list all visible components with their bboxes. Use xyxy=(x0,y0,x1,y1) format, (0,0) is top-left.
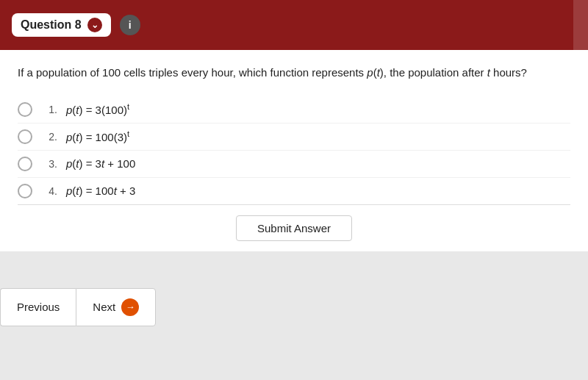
radio-4[interactable] xyxy=(18,184,32,198)
option-2-number: 2. xyxy=(40,131,57,143)
option-1-text: p(t) = 3(100)t xyxy=(66,102,129,116)
options-list: 1. p(t) = 3(100)t 2. p(t) = 100(3)t 3. p… xyxy=(18,96,570,204)
question-label: Question 8 xyxy=(21,18,82,32)
submit-btn-row: Submit Answer xyxy=(18,204,570,251)
next-arrow-icon: → xyxy=(121,298,139,316)
option-1-number: 1. xyxy=(40,104,57,115)
next-button[interactable]: Next → xyxy=(76,288,156,326)
radio-1[interactable] xyxy=(18,102,32,117)
option-4[interactable]: 4. p(t) = 100t + 3 xyxy=(18,178,570,204)
question-badge[interactable]: Question 8 ⌄ xyxy=(12,13,111,37)
previous-button[interactable]: Previous xyxy=(0,288,76,326)
main-content: If a population of 100 cells triples eve… xyxy=(0,50,588,251)
bottom-nav: Previous Next → xyxy=(0,288,588,326)
page-container: Question 8 ⌄ i If a population of 100 ce… xyxy=(0,0,588,326)
option-4-text: p(t) = 100t + 3 xyxy=(66,184,135,197)
option-4-number: 4. xyxy=(40,185,57,197)
next-label: Next xyxy=(93,301,115,313)
question-text: If a population of 100 cells triples eve… xyxy=(18,65,570,82)
spacer xyxy=(0,251,588,288)
header-right-panel xyxy=(573,0,588,50)
option-2[interactable]: 2. p(t) = 100(3)t xyxy=(18,123,570,151)
option-3-text: p(t) = 3t + 100 xyxy=(66,157,135,170)
radio-2[interactable] xyxy=(18,129,32,144)
chevron-down-icon: ⌄ xyxy=(87,18,102,32)
submit-answer-button[interactable]: Submit Answer xyxy=(236,215,352,241)
header-bar: Question 8 ⌄ i xyxy=(0,0,588,50)
info-icon-label: i xyxy=(129,19,132,31)
option-1[interactable]: 1. p(t) = 3(100)t xyxy=(18,96,570,123)
radio-3[interactable] xyxy=(18,157,32,171)
option-3-number: 3. xyxy=(40,158,57,170)
option-3[interactable]: 3. p(t) = 3t + 100 xyxy=(18,151,570,178)
option-2-text: p(t) = 100(3)t xyxy=(66,129,129,143)
info-icon[interactable]: i xyxy=(120,15,140,35)
